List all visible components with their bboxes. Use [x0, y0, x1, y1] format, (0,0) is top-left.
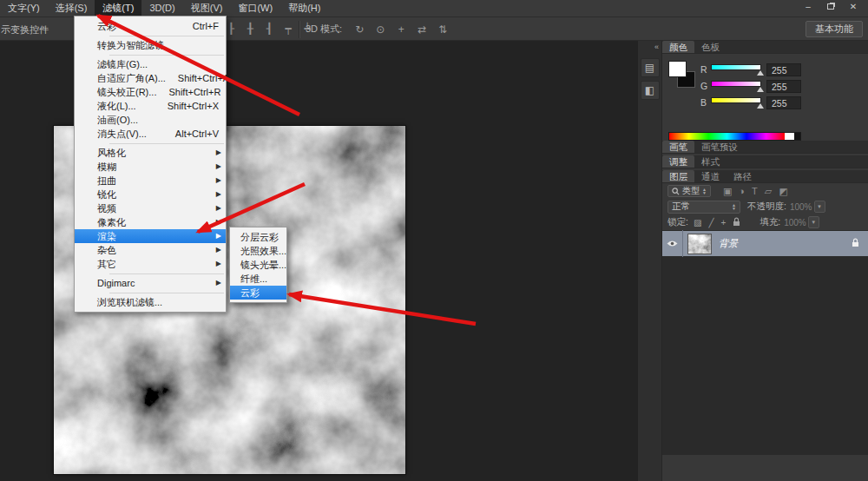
- menu-item-label: 锐化: [97, 188, 116, 201]
- filter-menu-item[interactable]: 扭曲 ▶: [75, 174, 226, 188]
- menubar-item[interactable]: 文字(Y): [0, 0, 48, 16]
- panel-tab[interactable]: 颜色: [662, 41, 694, 53]
- filter-menu-item[interactable]: Digimarc ▶: [75, 276, 226, 290]
- menubar-item[interactable]: 视图(V): [183, 0, 231, 16]
- submenu-item[interactable]: 光照效果...: [230, 244, 286, 258]
- background-layer-row[interactable]: 背景: [662, 230, 868, 257]
- 3d-pan-icon[interactable]: +: [394, 23, 408, 36]
- filter-menu-item[interactable]: 镜头校正(R)... Shift+Ctrl+R ▶: [75, 85, 226, 99]
- blue-value-field[interactable]: 255: [766, 96, 801, 109]
- submenu-arrow-icon: ▶: [216, 218, 221, 226]
- panel-tab[interactable]: 画笔: [662, 141, 694, 153]
- green-value-field[interactable]: 255: [766, 80, 801, 93]
- submenu-item[interactable]: 分层云彩: [230, 230, 286, 244]
- lock-transparency-icon[interactable]: ▨: [694, 218, 701, 227]
- filter-menu-item[interactable]: 杂色 ▶: [75, 243, 226, 257]
- layers-panel: 类型 ▲▼ ▣◑T▱◩ 正常 ▲▼ 不透明度: 100% ▼ 锁定:: [662, 183, 868, 455]
- lock-paint-icon[interactable]: ╱: [708, 218, 713, 227]
- filter-menu-item[interactable]: 浏览联机滤镜... ▶: [75, 295, 226, 309]
- menu-item-shortcut: Shift+Ctrl+R: [156, 87, 220, 97]
- fill-dropdown-button[interactable]: ▼: [808, 216, 819, 228]
- filter-menu-item[interactable]: 油画(O)... ▶: [75, 113, 226, 127]
- filter-menu-item[interactable]: 锐化 ▶: [75, 188, 226, 201]
- filter-kind-dropdown[interactable]: 类型 ▲▼: [667, 185, 711, 197]
- color-spectrum-ramp[interactable]: [668, 132, 801, 141]
- history-panel-icon[interactable]: ▤: [641, 58, 660, 77]
- blend-mode-select[interactable]: 正常 ▲▼: [667, 201, 740, 214]
- align-vertical-centers-icon[interactable]: ╂: [243, 23, 257, 35]
- opacity-dropdown-button[interactable]: ▼: [814, 201, 825, 213]
- filter-menu-item[interactable]: 渲染 ▶: [75, 229, 226, 243]
- filter-menu-item[interactable]: 风格化 ▶: [75, 146, 226, 160]
- workspace-switcher-button[interactable]: 基本功能: [806, 21, 863, 37]
- red-slider-track[interactable]: [711, 64, 761, 70]
- adjustment-layer-filter-icon[interactable]: ◑: [739, 186, 745, 197]
- color-panel: R 255 G 255 B 255: [662, 54, 868, 141]
- dropdown-arrows-icon: ▲▼: [702, 188, 707, 194]
- filter-menu-item[interactable]: 其它 ▶: [75, 257, 226, 271]
- opacity-value[interactable]: 100%: [790, 202, 812, 212]
- filter-menu-item[interactable]: 像素化 ▶: [75, 215, 226, 229]
- menubar-item[interactable]: 帮助(H): [280, 0, 328, 16]
- align-bottom-edges-icon[interactable]: ┨: [262, 23, 276, 35]
- pixel-layer-filter-icon[interactable]: ▣: [723, 186, 732, 197]
- filter-menu-item[interactable]: 消失点(V)... Alt+Ctrl+V ▶: [75, 127, 226, 141]
- green-slider-thumb[interactable]: [757, 87, 764, 92]
- collapse-panels-button[interactable]: «: [638, 41, 661, 55]
- filter-menu-item[interactable]: 模糊 ▶: [75, 160, 226, 174]
- red-slider-thumb[interactable]: [757, 70, 764, 76]
- properties-panel-icon[interactable]: ◧: [641, 81, 660, 100]
- distribute-horizontal-icon[interactable]: ┯: [281, 23, 295, 35]
- submenu-arrow-icon: ▶: [216, 162, 221, 170]
- panel-tab[interactable]: 图层: [662, 170, 694, 182]
- filter-menu-item[interactable]: 云彩 Ctrl+F ▶: [75, 19, 226, 33]
- restore-button[interactable]: [819, 0, 842, 14]
- menu-item-label: 风格化: [97, 147, 126, 160]
- filter-menu-item[interactable]: 视频 ▶: [75, 201, 226, 215]
- menu-item-label: 镜头校正(R)...: [97, 86, 156, 99]
- menubar-item[interactable]: 选择(S): [48, 0, 95, 16]
- 3d-slide-icon[interactable]: ⇄: [415, 23, 429, 36]
- 3d-rotate-icon[interactable]: ↻: [352, 23, 366, 36]
- layer-thumbnail[interactable]: [688, 234, 711, 254]
- foreground-color-swatch[interactable]: [668, 61, 687, 77]
- 3d-roll-icon[interactable]: ⊙: [373, 23, 387, 36]
- menu-item-label: 纤维...: [240, 273, 267, 286]
- lock-move-icon[interactable]: +: [720, 218, 726, 227]
- smart-object-filter-icon[interactable]: ◩: [779, 186, 787, 197]
- filter-menu-item[interactable]: 液化(L)... Shift+Ctrl+X ▶: [75, 99, 226, 113]
- layer-lock-badge-icon: [852, 238, 859, 249]
- menubar-item[interactable]: 3D(D): [141, 0, 182, 16]
- menu-item-label: 模糊: [97, 161, 116, 174]
- minimize-button[interactable]: –: [797, 0, 819, 14]
- filter-menu-item[interactable]: 转换为智能滤镜 ▶: [75, 38, 226, 52]
- panel-tab[interactable]: 色板: [694, 41, 727, 53]
- blue-slider-track[interactable]: [711, 97, 761, 103]
- menu-item-label: 油画(O)...: [97, 114, 138, 127]
- blue-slider-thumb[interactable]: [757, 103, 764, 109]
- filter-menu-item[interactable]: 自适应广角(A)... Shift+Ctrl+A ▶: [75, 71, 226, 85]
- submenu-item[interactable]: 镜头光晕...: [230, 258, 286, 272]
- green-slider-track[interactable]: [711, 81, 761, 87]
- panel-tab[interactable]: 画笔预设: [694, 141, 745, 153]
- fill-value[interactable]: 100%: [784, 218, 806, 227]
- submenu-item[interactable]: 纤维...: [230, 272, 286, 286]
- 3d-scale-icon[interactable]: ⇅: [436, 23, 450, 36]
- close-button[interactable]: ✕: [842, 0, 865, 14]
- type-layer-filter-icon[interactable]: T: [752, 186, 758, 197]
- menu-item-label: 其它: [97, 258, 116, 271]
- panel-tab[interactable]: 样式: [694, 155, 727, 168]
- filter-menu-item[interactable]: 滤镜库(G)... ▶: [75, 57, 226, 71]
- menubar-item[interactable]: 窗口(W): [230, 0, 280, 16]
- shape-layer-filter-icon[interactable]: ▱: [765, 186, 772, 197]
- panel-tab[interactable]: 调整: [662, 155, 694, 168]
- layer-name[interactable]: 背景: [719, 237, 738, 250]
- submenu-item[interactable]: 云彩: [230, 286, 286, 300]
- panel-tab[interactable]: 通道: [694, 170, 727, 182]
- fill-label: 填充:: [760, 216, 780, 228]
- panel-tab[interactable]: 路径: [727, 170, 759, 182]
- layer-visibility-cell[interactable]: [662, 230, 683, 257]
- menubar-item[interactable]: 滤镜(T): [95, 0, 141, 16]
- lock-all-icon[interactable]: [733, 217, 740, 228]
- red-value-field[interactable]: 255: [766, 63, 801, 76]
